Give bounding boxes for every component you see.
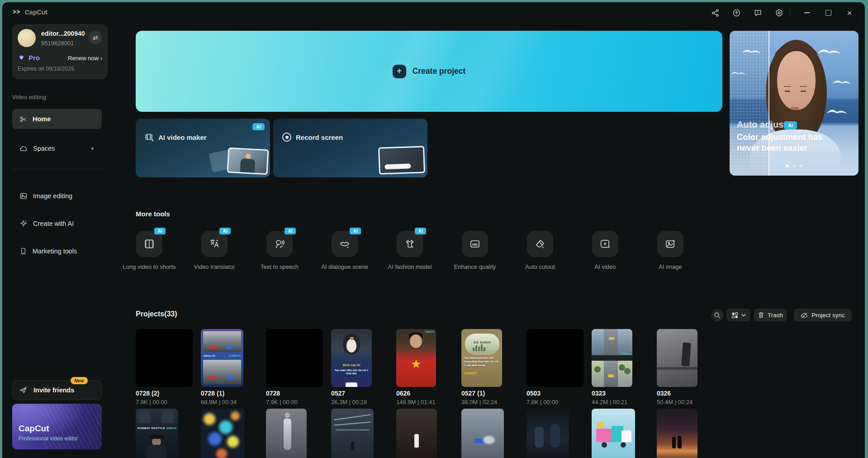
bird-icon [832,78,852,85]
thumb-caption-accent: ChatGPT [464,372,477,375]
chevron-down-icon[interactable]: ▾ [91,146,94,152]
trash-button[interactable]: Trash [754,309,787,321]
tool-label: Video translator [183,263,246,271]
project-thumbnail[interactable] [657,409,697,458]
feedback-icon[interactable] [753,8,762,17]
renew-link[interactable]: Renew now › [68,55,102,62]
sidebar-item-home[interactable]: Home [12,109,102,129]
project-thumbnail[interactable]: ★ GHIEN AI [396,329,436,387]
new-badge: New [71,377,88,384]
tool-enhance-quality[interactable]: HD [462,231,488,257]
sidebar-item-spaces[interactable]: Spaces ▾ [12,138,102,158]
sidebar-item-image-editing[interactable]: Image editing [12,186,102,206]
cloud-off-icon [801,312,808,319]
carousel-dot[interactable] [800,165,802,167]
ai-video-maker-card[interactable]: AI video maker AI [136,119,270,177]
invite-friends-button[interactable]: Invite friends New [12,380,102,400]
project-thumbnail[interactable] [461,409,504,458]
sidebar-item-label: Spaces [33,145,55,152]
project-thumbnail[interactable] [136,329,193,387]
tool-text-to-speech[interactable] [266,231,293,257]
tool-ai-image[interactable] [657,231,683,257]
film-split-icon [143,238,155,250]
settings-icon[interactable] [774,8,783,17]
share-icon[interactable] [711,8,720,17]
create-project-banner[interactable]: + Create project [136,31,722,112]
project-sync-button[interactable]: Project sync [794,309,852,321]
updates-icon[interactable] [732,8,741,17]
tool-label: AI dialogue scene [313,263,376,271]
thumb-caption: Helios AI [204,354,215,357]
window-controls: × [711,8,854,17]
hd-icon: HD [469,238,481,250]
tool-ai-video[interactable] [592,231,618,257]
tool-auto-cutout[interactable] [527,231,553,257]
promo-title-line1: Color adjustment has [737,132,822,142]
carousel-dot[interactable] [793,165,796,167]
carousel-dot-active[interactable] [786,164,789,167]
record-icon [282,133,291,142]
sidebar-item-create-with-ai[interactable]: Create with AI [12,214,102,234]
capcut-window: CapCut × editor...200940 9519628001 ⇄ [2,2,865,458]
project-thumbnail[interactable] [526,409,569,458]
avatar[interactable] [18,29,36,47]
project-thumbnail[interactable]: Helios AI GHIEN AI [201,329,243,387]
plus-icon: + [393,65,406,78]
ai-badge: AI [252,123,265,130]
translate-icon [209,238,220,250]
tool-label: Enhance quality [443,263,507,271]
project-meta: 7.9K | 00:00 [266,399,298,406]
ai-video-icon [599,238,611,250]
project-thumbnail[interactable] [201,409,244,458]
sparkle-icon [19,219,28,228]
ai-badge: AI [415,228,426,234]
thumb-brand: GHIEN AI [621,353,631,355]
project-thumbnail[interactable]: RUNWAY RESTYLE GHIEN AI [136,409,178,458]
project-thumbnail[interactable] [592,409,635,458]
switch-account-button[interactable]: ⇄ [89,31,102,44]
project-thumbnail[interactable] [266,329,323,387]
thumb-brand: GHIEN AI [229,354,241,357]
view-toggle-button[interactable] [727,309,750,321]
thumb-caption: Tạo thành phố thu nhỏ trong ống thủy tin… [464,356,499,367]
before-after-split [768,31,769,176]
promo-banner[interactable]: Auto adjust AI Color adjustment has neve… [730,31,859,176]
account-card[interactable]: editor...200940 9519628001 ⇄ Pro Renew n… [12,24,108,79]
grid-view-icon [731,312,738,319]
film-icon [145,133,154,142]
sidebar-item-marketing-tools[interactable]: Marketing tools [12,241,102,261]
swap-icon: ⇄ [93,34,98,41]
ai-badge: AI [350,228,361,234]
project-thumbnail[interactable]: GHIEN AI [592,329,632,387]
project-thumbnail[interactable]: DA NANG Tạo thành phố thu nhỏ trong ống … [461,329,502,387]
project-thumbnail[interactable]: Đỉnh cao AI Tạo video điện ảnh chỉ với 1… [331,329,372,387]
gem-icon [18,54,25,61]
project-thumbnail[interactable] [396,409,437,458]
project-sync-label: Project sync [811,312,845,319]
project-name: 0728 (2) [136,390,159,397]
tool-long-video-to-shorts[interactable] [136,231,162,257]
project-thumbnail[interactable] [266,409,307,458]
sidebar-item-label: Marketing tools [33,248,77,255]
ai-image-icon [664,238,676,250]
record-screen-card[interactable]: Record screen [273,119,427,177]
lips-icon [339,238,351,250]
project-thumbnail[interactable] [331,409,374,458]
capcut-brand-banner[interactable]: CapCut Professional video editor [12,404,102,449]
project-meta: 44.2M | 00:21 [592,399,627,406]
minimize-button[interactable] [802,8,811,17]
tool-video-translator[interactable] [201,231,228,257]
search-button[interactable] [711,309,723,321]
tool-ai-fashion-model[interactable] [397,231,423,257]
project-name: 0626 [396,390,410,397]
tool-ai-dialogue-scene[interactable] [332,231,358,257]
project-name: 0728 [266,390,280,397]
pro-badge: Pro [18,54,40,62]
sidebar-item-label: Image editing [33,192,72,200]
close-button[interactable]: × [845,8,854,17]
ai-badge: AI [154,228,166,234]
screen-thumbnail [378,146,425,175]
project-thumbnail[interactable] [657,329,697,387]
maximize-button[interactable] [824,8,833,17]
project-thumbnail[interactable] [526,329,583,387]
